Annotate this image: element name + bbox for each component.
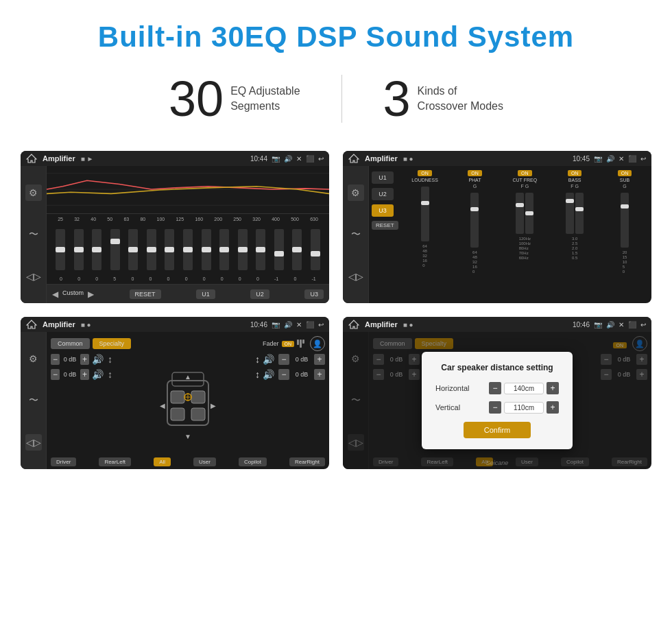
eq-slider-13[interactable]: [270, 229, 287, 270]
eq-slider-8[interactable]: [180, 229, 197, 270]
eq-slider-11[interactable]: [234, 229, 251, 270]
screen1-time: 10:44: [250, 155, 267, 163]
speaker-mode-btns: Common Specialty: [51, 338, 131, 349]
cross-u-buttons: U1 U2 U3 RESET: [372, 170, 398, 299]
left-db-controls: − 0 dB + 🔊 ↕ − 0 dB + 🔊 ↕: [51, 354, 112, 455]
db-value-rl: 0 dB: [62, 371, 77, 378]
eq-number: 30: [169, 74, 224, 123]
screenshots-grid: Amplifier ■ ► 10:44 📷 🔊 ✕ ⬛ ↩ ⚙ 〜 ◁▷: [0, 144, 672, 490]
speaker-bottom-row: Driver RearLeft All User Copilot RearRig…: [51, 457, 325, 466]
u3-button[interactable]: U3: [304, 289, 324, 299]
screen-speaker: Amplifier ■ ● 10:46 📷 🔊 ✕ ⬛ ↩ ⚙ 〜 ◁▷: [21, 317, 329, 469]
eq-slider-1[interactable]: [52, 229, 69, 270]
eq-wave-icon[interactable]: 〜: [25, 226, 42, 243]
cross-u1-btn[interactable]: U1: [372, 171, 394, 184]
eq-sliders-row: [52, 224, 324, 275]
user-btn[interactable]: User: [193, 457, 216, 466]
crossover-stat: 3 Kinds of Crossover Modes: [342, 74, 544, 123]
eq-slider-2[interactable]: [71, 229, 88, 270]
cross-vol-icon[interactable]: ◁▷: [348, 268, 364, 285]
user-profile-icon[interactable]: 👤: [310, 336, 325, 351]
crossover-number: 3: [383, 74, 411, 123]
fader-row: Fader ON: [263, 339, 304, 348]
db-minus-rl[interactable]: −: [51, 369, 60, 380]
page-header: Built-in 30EQ DSP Sound System: [0, 0, 672, 60]
rear-left-btn[interactable]: RearLeft: [99, 457, 131, 466]
home-icon: [26, 154, 37, 163]
confirm-button[interactable]: Confirm: [464, 422, 531, 438]
channel-bass: ON BASS F G: [551, 170, 599, 299]
eq-slider-6[interactable]: [143, 229, 160, 270]
eq-tune-icon[interactable]: ⚙: [25, 184, 42, 201]
horizontal-plus-btn[interactable]: +: [547, 382, 559, 394]
screen1-mode: Custom: [62, 289, 84, 299]
channel-loudness: ON LOUDNESS 64 48 32 16 0: [401, 170, 449, 299]
db-plus-rl[interactable]: +: [80, 369, 89, 380]
cross-channels: ON LOUDNESS 64 48 32 16 0: [401, 170, 649, 299]
fader-on-badge: ON: [282, 341, 295, 347]
cross-tune-icon[interactable]: ⚙: [348, 184, 364, 201]
screen2-title: Amplifier: [365, 154, 398, 163]
dialog-horizontal-row: Horizontal − 140cm +: [435, 382, 559, 394]
eq-slider-9[interactable]: [197, 229, 215, 270]
eq-sliders-area: 2532 4050 6380 100125 160200 250320 4005…: [47, 214, 329, 284]
u2-button[interactable]: U2: [250, 289, 269, 299]
horizontal-minus-btn[interactable]: −: [489, 382, 501, 394]
car-diagram-svg: ▲ ▼ ◀ ▶: [157, 367, 219, 442]
spk-tune-icon[interactable]: ⚙: [25, 350, 42, 367]
cross-u3-btn[interactable]: U3: [372, 204, 394, 217]
driver-btn[interactable]: Driver: [51, 457, 76, 466]
db-plus-rr[interactable]: +: [314, 369, 325, 380]
eq-slider-3[interactable]: [88, 229, 106, 270]
reset-button[interactable]: RESET: [130, 289, 161, 299]
dialog-overlay: Car speaker distance setting Horizontal …: [343, 332, 651, 469]
eq-slider-4[interactable]: [107, 229, 124, 270]
eq-label: EQ Adjustable Segments: [230, 84, 300, 115]
db-minus-rr[interactable]: −: [278, 369, 289, 380]
vertical-label: Vertical: [435, 403, 483, 412]
svg-marker-4: [349, 154, 359, 163]
screen3-title: Amplifier: [43, 320, 75, 329]
rear-right-btn[interactable]: RearRight: [289, 457, 325, 466]
specialty-btn[interactable]: Specialty: [93, 338, 132, 349]
db-minus-fl[interactable]: −: [51, 354, 60, 365]
eq-next-icon[interactable]: ▶: [88, 289, 94, 299]
eq-slider-5[interactable]: [125, 229, 142, 270]
db-plus-fr[interactable]: +: [314, 354, 325, 365]
eq-slider-15[interactable]: [307, 229, 324, 270]
eq-slider-14[interactable]: [289, 229, 306, 270]
svg-text:◀: ◀: [160, 402, 165, 409]
copilot-btn[interactable]: Copilot: [239, 457, 267, 466]
common-btn[interactable]: Common: [51, 338, 90, 349]
cross-reset-btn[interactable]: RESET: [372, 221, 398, 230]
spk-vol-icon[interactable]: ◁▷: [25, 434, 42, 451]
horizontal-value: 140cm: [504, 383, 544, 394]
eq-chart: [47, 166, 329, 214]
horizontal-label: Horizontal: [435, 384, 483, 392]
eq-prev-icon[interactable]: ◀: [52, 289, 58, 299]
eq-slider-12[interactable]: [252, 229, 269, 270]
vertical-plus-btn[interactable]: +: [547, 401, 559, 414]
screen2-content: ⚙ 〜 ◁▷ U1 U2 U3 RESET: [343, 166, 651, 303]
eq-slider-7[interactable]: [161, 229, 178, 270]
db-control-rear-right: ↕ 🔊 − 0 dB +: [255, 369, 325, 380]
svg-text:▲: ▲: [184, 373, 191, 381]
eq-vol-icon[interactable]: ◁▷: [25, 268, 42, 285]
vertical-input-group: − 110cm +: [489, 401, 559, 414]
vertical-minus-btn[interactable]: −: [489, 401, 501, 414]
screen1-title: Amplifier: [43, 154, 75, 163]
screen1-content: ⚙ 〜 ◁▷: [21, 166, 329, 303]
db-minus-fr[interactable]: −: [278, 354, 289, 365]
channel-cutfreq: ON CUT FREQ F G: [501, 170, 549, 299]
db-plus-fl[interactable]: +: [80, 354, 89, 365]
screen1-sidebar: ⚙ 〜 ◁▷: [21, 166, 47, 303]
all-btn[interactable]: All: [154, 457, 171, 466]
eq-stat: 30 EQ Adjustable Segments: [128, 74, 341, 123]
spk-wave-icon[interactable]: 〜: [25, 392, 42, 409]
cross-wave-icon[interactable]: 〜: [348, 226, 364, 243]
cross-u2-btn[interactable]: U2: [372, 188, 394, 200]
home-icon-3: [26, 320, 37, 329]
horizontal-input-group: − 140cm +: [489, 382, 559, 394]
eq-slider-10[interactable]: [216, 229, 233, 270]
u1-button[interactable]: U1: [196, 289, 215, 299]
